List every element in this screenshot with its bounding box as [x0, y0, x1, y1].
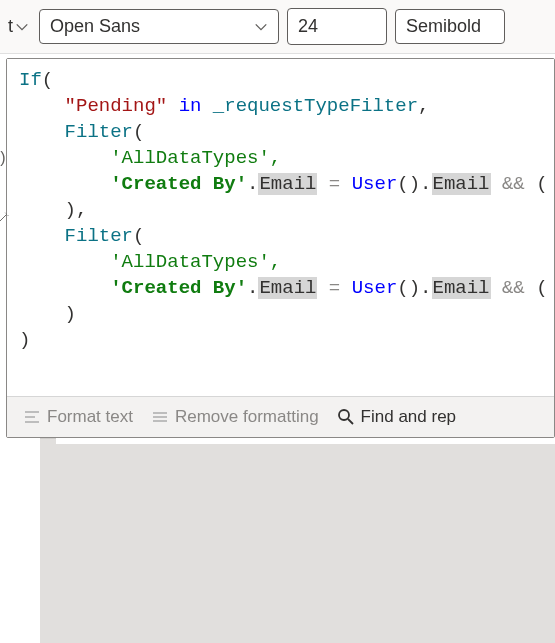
prop-email: Email	[432, 277, 491, 299]
code-area[interactable]: If( "Pending" in _requestTypeFilter, Fil…	[7, 59, 554, 396]
close-paren: )	[65, 303, 76, 325]
close-paren: )	[19, 329, 30, 351]
comma: ,	[270, 147, 281, 169]
field-createdby: 'Created By'	[110, 173, 247, 195]
close-paren-comma: ),	[65, 199, 88, 221]
table-alldatatypes: 'AllDataTypes'	[110, 251, 270, 273]
operator-in: in	[167, 95, 213, 117]
fn-user: User	[352, 173, 398, 195]
font-weight-value: Semibold	[406, 16, 481, 37]
fn-user: User	[352, 277, 398, 299]
operator-eq: =	[317, 277, 351, 299]
open-paren: (	[42, 69, 53, 91]
field-createdby: 'Created By'	[110, 277, 247, 299]
canvas-card-edge	[56, 438, 555, 444]
operator-and: &&	[491, 277, 537, 299]
open-paren: (	[536, 277, 547, 299]
formula-editor[interactable]: If( "Pending" in _requestTypeFilter, Fil…	[6, 58, 555, 438]
format-text-label: Format text	[47, 407, 133, 427]
open-paren: (	[536, 173, 547, 195]
formula-bar-toolbar: t Open Sans Semibold	[0, 0, 555, 54]
prop-email: Email	[258, 173, 317, 195]
call-parens: ()	[397, 173, 420, 195]
operator-eq: =	[317, 173, 351, 195]
search-icon	[337, 408, 355, 426]
string-pending: "Pending"	[65, 95, 168, 117]
editor-footer: Format text Remove formatting Find and r…	[7, 396, 554, 437]
keyword-if: If	[19, 69, 42, 91]
dot: .	[247, 277, 258, 299]
var-requestTypeFilter: _requestTypeFilter	[213, 95, 418, 117]
remove-formatting-icon	[151, 408, 169, 426]
open-paren: (	[133, 225, 144, 247]
fn-filter: Filter	[65, 225, 133, 247]
chevron-down-icon	[254, 20, 268, 34]
remove-formatting-button[interactable]: Remove formatting	[151, 407, 319, 427]
font-size-input[interactable]	[287, 8, 387, 45]
find-replace-label: Find and rep	[361, 407, 456, 427]
gutter-wand-icon	[0, 188, 9, 248]
comma: ,	[270, 251, 281, 273]
prop-email: Email	[258, 277, 317, 299]
dot: .	[420, 277, 431, 299]
comma: ,	[418, 95, 429, 117]
gutter-paren-icon: )	[0, 128, 9, 188]
prop-email: Email	[432, 173, 491, 195]
font-family-dropdown[interactable]: Open Sans	[39, 9, 279, 44]
remove-formatting-label: Remove formatting	[175, 407, 319, 427]
canvas-area[interactable]	[40, 438, 555, 643]
svg-point-0	[339, 410, 349, 420]
open-paren: (	[133, 121, 144, 143]
format-text-icon	[23, 408, 41, 426]
format-text-button[interactable]: Format text	[23, 407, 133, 427]
property-dropdown-label: t	[8, 16, 13, 37]
font-family-value: Open Sans	[50, 16, 140, 37]
operator-and: &&	[491, 173, 537, 195]
find-replace-button[interactable]: Find and rep	[337, 407, 456, 427]
call-parens: ()	[397, 277, 420, 299]
property-dropdown-fragment[interactable]: t	[6, 12, 31, 41]
font-weight-dropdown[interactable]: Semibold	[395, 9, 505, 44]
left-gutter: )	[0, 128, 9, 248]
dot: .	[420, 173, 431, 195]
fn-filter: Filter	[65, 121, 133, 143]
chevron-down-icon	[15, 20, 29, 34]
table-alldatatypes: 'AllDataTypes'	[110, 147, 270, 169]
dot: .	[247, 173, 258, 195]
